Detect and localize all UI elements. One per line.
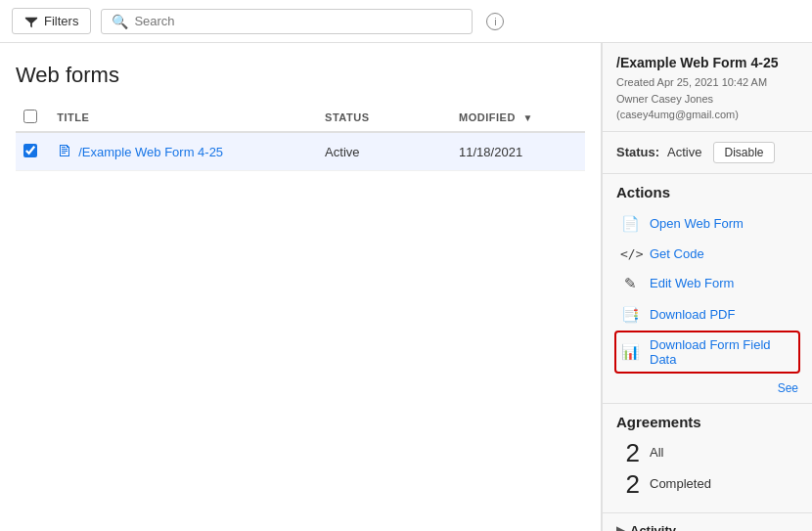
form-owner: Owner Casey Jones (casey4umg@gmail.com) — [616, 91, 798, 123]
main-content: Web forms TITLE STATUS MODIFIED ▼ — [0, 43, 812, 531]
agreement-row: 2 Completed — [616, 471, 798, 497]
action-label-edit-web-form: Edit Web Form — [650, 276, 734, 290]
action-item-get-code[interactable]: </> Get Code — [616, 240, 798, 268]
status-row: Status: Active Disable — [603, 132, 812, 174]
col-header-check — [16, 104, 49, 132]
status-value: Active — [667, 145, 701, 159]
action-label-download-form-field-data: Download Form Field Data — [650, 337, 794, 367]
actions-list: 📄 Open Web Form </> Get Code ✎ Edit Web … — [616, 208, 798, 374]
activity-label: Activity — [630, 523, 676, 532]
form-created: Created Apr 25, 2021 10:42 AM — [616, 74, 798, 91]
sort-icon: ▼ — [522, 112, 532, 123]
agreement-count: 2 — [616, 471, 640, 497]
toolbar: Filters 🔍 i — [0, 0, 812, 43]
action-item-download-pdf[interactable]: 📑 Download PDF — [616, 299, 798, 331]
table-icon: 📊 — [620, 343, 640, 361]
code-icon: </> — [620, 246, 640, 261]
row-checkbox[interactable] — [23, 144, 37, 157]
action-label-open-web-form: Open Web Form — [650, 216, 744, 231]
agreement-row: 2 All — [616, 440, 798, 465]
row-status-cell: Active — [317, 132, 451, 171]
form-name-title: /Example Web Form 4-25 — [616, 55, 798, 70]
agreements-title: Agreements — [616, 414, 798, 430]
search-input[interactable] — [134, 14, 462, 28]
form-title-link[interactable]: /Example Web Form 4-25 — [78, 145, 223, 159]
actions-section: Actions 📄 Open Web Form </> Get Code ✎ E… — [603, 174, 812, 379]
pdf-icon: 📑 — [620, 306, 640, 324]
row-checkbox-cell — [16, 132, 49, 171]
table-header-row: TITLE STATUS MODIFIED ▼ — [16, 104, 585, 132]
col-header-title[interactable]: TITLE — [49, 104, 317, 132]
agreement-label: All — [650, 445, 663, 460]
info-icon[interactable]: i — [486, 13, 504, 30]
form-icon: 🖹 — [57, 143, 72, 160]
filter-button[interactable]: Filters — [12, 8, 91, 34]
row-modified-cell: 11/18/2021 — [451, 132, 585, 171]
file-icon: 📄 — [620, 215, 640, 233]
action-label-get-code: Get Code — [650, 246, 704, 261]
col-header-modified[interactable]: MODIFIED ▼ — [451, 104, 585, 132]
status-label: Status: — [616, 145, 659, 159]
see-more-link[interactable]: See — [603, 379, 812, 403]
table-body: 🖹 /Example Web Form 4-25 Active 11/18/20… — [16, 132, 585, 171]
activity-section[interactable]: ▶ Activity — [603, 512, 812, 532]
filter-icon — [24, 15, 38, 28]
right-panel: /Example Web Form 4-25 Created Apr 25, 2… — [602, 43, 812, 531]
select-all-checkbox[interactable] — [23, 110, 37, 123]
web-forms-table: TITLE STATUS MODIFIED ▼ 🖹 — [16, 104, 585, 171]
right-panel-header: /Example Web Form 4-25 Created Apr 25, 2… — [603, 43, 812, 132]
table-row[interactable]: 🖹 /Example Web Form 4-25 Active 11/18/20… — [16, 132, 585, 171]
pencil-icon: ✎ — [620, 275, 640, 292]
search-icon: 🔍 — [112, 14, 128, 29]
chevron-right-icon: ▶ — [616, 524, 624, 532]
action-item-edit-web-form[interactable]: ✎ Edit Web Form — [616, 268, 798, 299]
agreement-label: Completed — [650, 476, 711, 491]
col-header-status[interactable]: STATUS — [317, 104, 451, 132]
action-item-open-web-form[interactable]: 📄 Open Web Form — [616, 208, 798, 240]
actions-title: Actions — [616, 184, 798, 200]
activity-row[interactable]: ▶ Activity — [616, 523, 798, 532]
search-wrapper: 🔍 — [101, 9, 473, 34]
filter-label: Filters — [44, 14, 78, 28]
action-label-download-pdf: Download PDF — [650, 307, 735, 322]
agreements-list: 2 All 2 Completed — [616, 440, 798, 497]
disable-button[interactable]: Disable — [713, 142, 774, 163]
page-title: Web forms — [16, 63, 585, 88]
agreements-section: Agreements 2 All 2 Completed — [603, 403, 812, 512]
action-item-download-form-field-data[interactable]: 📊 Download Form Field Data — [614, 331, 800, 374]
left-panel: Web forms TITLE STATUS MODIFIED ▼ — [0, 43, 602, 531]
agreement-count: 2 — [616, 440, 640, 465]
row-title-cell: 🖹 /Example Web Form 4-25 — [49, 132, 317, 171]
